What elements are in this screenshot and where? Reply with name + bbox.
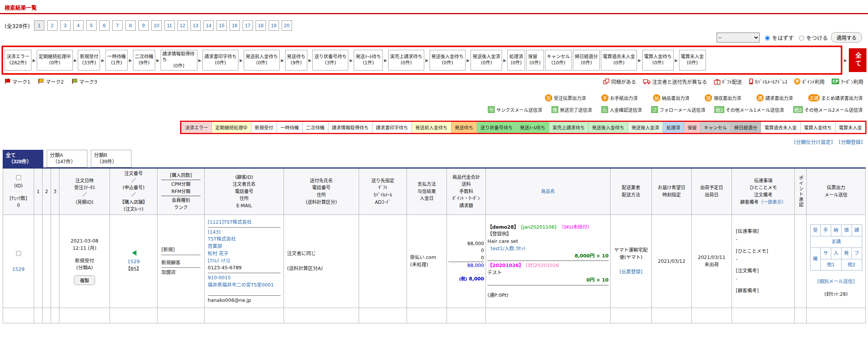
header-mark1: 1	[34, 168, 43, 215]
all-status-button[interactable]: 全て	[849, 48, 866, 72]
cell-delivery: ヤマト運輸宅配便(ヤマト) [伝票登録]	[610, 215, 652, 308]
status-flow-label: 請求情報取得待ち	[162, 51, 195, 63]
page-button[interactable]: 12	[177, 20, 188, 31]
header-mark3: 3	[51, 168, 59, 215]
bulk-mark-select[interactable]: --	[717, 33, 760, 43]
status-flow-count: (0件)	[575, 60, 598, 66]
order-id-link[interactable]: 1529	[12, 266, 25, 272]
page-button[interactable]: 14	[203, 20, 214, 31]
radio-remove[interactable]: をはずす	[763, 34, 794, 41]
page-button[interactable]: 17	[243, 20, 253, 31]
order-row: 1529 2021-03-08 12:11 (月) 新規受付 (分類A) 複製 …	[3, 215, 866, 308]
document-badge: 領	[705, 94, 712, 102]
product-name-sort-link[interactable]: 商品名	[541, 189, 555, 194]
page-button[interactable]: 5	[86, 20, 97, 31]
page-button[interactable]: 15	[217, 20, 227, 31]
shop-tag: 【BS】	[126, 266, 141, 272]
duplicate-button[interactable]: 複製	[74, 275, 95, 285]
attr-item-point: P ﾎﾟｲﾝﾄ利用	[794, 78, 825, 85]
page-button[interactable]: 3	[60, 20, 71, 31]
header-slip-output: 伝票出力メール送信	[807, 168, 866, 215]
status-flow-box[interactable]: 処理済 (0件)	[507, 50, 525, 70]
mail-legend-item: サ サンクスメール送信済	[488, 106, 542, 113]
page-button[interactable]: 10	[151, 20, 162, 31]
seal-set-count: (封ｾｯﾄ:28)	[824, 291, 848, 297]
status-flow-label: キャンセル	[547, 54, 570, 60]
product-option-link[interactable]: test1/入数:3ｾｯﾄ	[491, 246, 526, 251]
status-flow: 決済エラー (262件) ▶ 定期継続処理中 (0件) ▶ 新規受付 (33件)…	[2, 46, 866, 75]
mark-legend-item: マーク3	[72, 78, 97, 85]
radio-remove-input[interactable]	[765, 36, 770, 41]
status-flow-box[interactable]: 実売上請求待ち (0件)	[388, 50, 424, 70]
status-flow-box[interactable]: 発送前入金待ち (0件)	[244, 50, 280, 70]
page-button[interactable]: 11	[164, 20, 175, 31]
order-no-link[interactable]: 1529	[128, 259, 140, 264]
status-flow-box[interactable]: 二次待機 (9件)	[133, 50, 155, 70]
status-flow-box[interactable]: 締日経過分 (0件)	[573, 50, 600, 70]
flow-arrow-icon: ▶	[101, 58, 104, 62]
page-button[interactable]: 9	[138, 20, 149, 31]
status-flow-box[interactable]: 新規受付 (33件)	[78, 50, 100, 70]
status-flow-box[interactable]: 定期継続処理中 (0件)	[37, 50, 73, 70]
category-tab[interactable]: 分類B （39件）	[91, 150, 131, 167]
page-button[interactable]: 13	[190, 20, 201, 31]
status-flow-box[interactable]: 請求情報取得待ち (0件)	[161, 50, 197, 70]
status-flow-box[interactable]: 一時待機 (1件)	[105, 50, 128, 70]
page-button[interactable]: 2	[47, 20, 57, 31]
mail-badge: サ	[488, 106, 495, 113]
page-button[interactable]: 16	[230, 20, 240, 31]
row-checkbox[interactable]	[16, 251, 21, 256]
status-flow-box[interactable]: 発送ﾒｰﾙ待ち (1件)	[354, 50, 383, 70]
page-button[interactable]: 19	[269, 20, 279, 31]
cell-slip-output: 受 手 納 領 請 ま請 確 サ 入 発 フ 他1 他2	[807, 215, 866, 308]
header-notes: 伝達事項ひとことメモ注文備考 顧客備考（一部表示）	[732, 168, 795, 215]
slip-badge: 請	[852, 225, 862, 236]
status-flow-box[interactable]: キャンセル (10件)	[545, 50, 572, 70]
classification-links: [分類仕分け設定] [分類登録]	[0, 134, 868, 146]
status-flow-box[interactable]: 請求書印字待ち (0件)	[202, 50, 238, 70]
status-flow-box[interactable]: 発送後入金待ち (0件)	[430, 50, 466, 70]
partial-show-link[interactable]: （一部表示）	[759, 200, 786, 205]
status-flow-box[interactable]: 保留 (0件)	[526, 50, 544, 70]
page-button[interactable]: 20	[282, 20, 292, 31]
status-flow-box[interactable]: 電算入金待ち (0件)	[642, 50, 674, 70]
status-flow-box[interactable]: 送り状番号待ち (3件)	[312, 50, 348, 70]
status-flow-count: (0件)	[390, 60, 422, 66]
radio-add-input[interactable]	[799, 36, 804, 41]
select-all-checkbox[interactable]	[16, 175, 21, 180]
status-flow-box[interactable]: 電算未入金 (0件)	[679, 50, 706, 70]
truck-icon	[643, 79, 651, 85]
cell-destination	[359, 215, 407, 308]
status-flow-box[interactable]: 電算過去未入金 (0件)	[601, 50, 637, 70]
classification-register-link[interactable]: [分類登録]	[839, 138, 863, 145]
category-tab[interactable]: 分類A （147件）	[47, 150, 87, 167]
customer-company-link[interactable]: [1121]TST株式会社	[208, 219, 252, 225]
status-flow-box[interactable]: 発送待ち (9件)	[285, 50, 307, 70]
page-button[interactable]: 8	[125, 20, 136, 31]
mail-status-badge: 他1	[820, 259, 841, 270]
page-button[interactable]: 1	[34, 20, 44, 31]
apply-button[interactable]: 適用する	[831, 32, 862, 43]
page-button[interactable]: 4	[73, 20, 84, 31]
status-flow-count: (0件)	[473, 60, 500, 66]
status-flow-label: 決済エラー	[7, 54, 30, 60]
status-flow-box[interactable]: 決済エラー (262件)	[5, 50, 31, 70]
individual-mail-link[interactable]: [個別メール送信]	[817, 279, 855, 284]
category-tab[interactable]: 全て （328件）	[3, 150, 43, 167]
radio-add[interactable]: をつける	[797, 34, 828, 41]
slip-badge: 受	[810, 225, 820, 236]
status-color-chips: 決済エラー 定期継続処理中 新規受付 一時待機 二次待機 請求情報取得待ち 請求…	[180, 121, 866, 134]
slip-register-link[interactable]: [伝票登録]	[620, 269, 643, 275]
document-badge: 納	[653, 94, 660, 102]
coupon-icon: CP	[832, 79, 840, 84]
status-color-chip: 定期継続処理中	[212, 122, 251, 133]
status-flow-label: 実売上請求待ち	[390, 54, 422, 60]
product-price1: 8,000円 × 10	[487, 252, 609, 261]
status-flow-box[interactable]: 発送後入金済 (0件)	[471, 50, 502, 70]
page-button[interactable]: 7	[112, 20, 123, 31]
status-color-chip: 電算入金待ち	[800, 122, 835, 133]
classification-setting-link[interactable]: [分類仕分け設定]	[794, 138, 833, 145]
flow-arrow-icon: ▶	[240, 58, 243, 62]
page-button[interactable]: 6	[99, 20, 110, 31]
page-button[interactable]: 18	[256, 20, 266, 31]
